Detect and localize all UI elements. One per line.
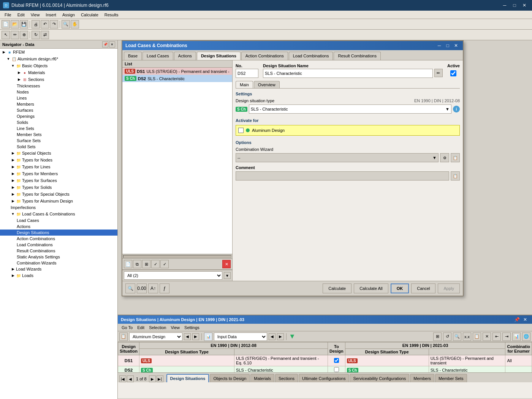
menu-assign[interactable]: Assign bbox=[59, 12, 78, 18]
nav-item-actions[interactable]: Actions bbox=[0, 223, 117, 230]
bottom-prev2-btn[interactable]: ◀ bbox=[269, 333, 276, 340]
bottom-tool-10[interactable]: 🌐 bbox=[522, 332, 530, 341]
nav-item-sections[interactable]: ▶ ⊞ Sections bbox=[0, 76, 117, 83]
nav-item-result-combos[interactable]: Result Combinations bbox=[0, 248, 117, 254]
nav-item-members[interactable]: Members bbox=[0, 101, 117, 107]
bottom-menu-settings[interactable]: Settings bbox=[182, 325, 202, 331]
cancel-btn[interactable]: Cancel bbox=[411, 283, 435, 293]
lcc-arrow[interactable]: ▼ bbox=[11, 212, 15, 216]
btab-ultimate-configs[interactable]: Ultimate Configurations bbox=[299, 374, 349, 382]
nav-item-solid-sets[interactable]: Solid Sets bbox=[0, 144, 117, 150]
lcc-minimize-btn[interactable]: ─ bbox=[435, 42, 443, 49]
list-delete-btn[interactable]: ✕ bbox=[222, 260, 231, 268]
menu-results[interactable]: Results bbox=[101, 12, 122, 18]
nav-item-thicknesses[interactable]: Thicknesses bbox=[0, 83, 117, 89]
combo-wizard-btn2[interactable]: 📋 bbox=[451, 153, 460, 162]
nav-item-special-objects[interactable]: ▶ 📁 Special Objects bbox=[0, 150, 117, 157]
situation-type-dropdown[interactable]: SLS - Characteristic ▼ bbox=[249, 104, 451, 114]
list-dropdown-expand[interactable]: ▼ bbox=[224, 272, 231, 279]
bottom-tool-4[interactable]: x.x bbox=[463, 332, 471, 341]
tab-result-combinations[interactable]: Result Combinations bbox=[334, 52, 381, 60]
nav-item-design-situations[interactable]: Design Situations bbox=[0, 230, 117, 236]
bottom-tool-6[interactable]: ✕ bbox=[483, 332, 491, 341]
lcc-maximize-btn[interactable]: □ bbox=[444, 42, 451, 49]
bottom-tool-2[interactable]: ↺ bbox=[443, 332, 451, 341]
btab-objects-to-design[interactable]: Objects to Design bbox=[210, 374, 250, 382]
tab-load-cases[interactable]: Load Cases bbox=[142, 52, 173, 60]
ds2-design-checkbox[interactable] bbox=[334, 367, 339, 372]
nav-item-loads[interactable]: ▶ 📁 Loads bbox=[0, 272, 117, 279]
bottom-tool-1[interactable]: ⊞ bbox=[433, 332, 442, 341]
list-new-btn[interactable]: 📄 bbox=[124, 260, 132, 268]
nav-item-types-special[interactable]: ▶ 📁 Types for Special Objects bbox=[0, 191, 117, 198]
btab-member-sets[interactable]: Member Sets bbox=[435, 374, 467, 382]
new-btn[interactable]: 📄 bbox=[2, 20, 10, 28]
bottom-tool-7[interactable]: ⇤ bbox=[492, 332, 501, 341]
bottom-menu-view[interactable]: View bbox=[168, 325, 182, 331]
pan-btn[interactable]: ✋ bbox=[71, 20, 79, 28]
tn-arrow[interactable]: ▶ bbox=[11, 158, 15, 162]
lw-arrow[interactable]: ▶ bbox=[11, 267, 15, 271]
list-copy-btn[interactable]: ⧉ bbox=[133, 260, 141, 268]
bottom-menu-selection[interactable]: Selection bbox=[147, 325, 168, 331]
special-arrow[interactable]: ▶ bbox=[11, 151, 15, 155]
nav-item-openings[interactable]: Openings bbox=[0, 113, 117, 119]
bottom-tool-9[interactable]: 📊 bbox=[512, 332, 521, 341]
page-prev-btn[interactable]: ◀ bbox=[127, 375, 134, 382]
save-btn[interactable]: 💾 bbox=[20, 20, 28, 28]
lcc-dialog-controls[interactable]: ─ □ ✕ bbox=[435, 42, 460, 49]
basic-arrow[interactable]: ▼ bbox=[11, 63, 15, 68]
list-dropdown[interactable]: All (2) bbox=[124, 271, 222, 280]
minimize-button[interactable]: ─ bbox=[500, 2, 509, 9]
footer-search-btn[interactable]: 🔍 bbox=[125, 283, 135, 293]
move-btn[interactable]: ⊕ bbox=[20, 31, 28, 39]
nav-item-static-settings[interactable]: Static Analysis Settings bbox=[0, 254, 117, 260]
nav-item-load-wizards[interactable]: ▶ Load Wizards bbox=[0, 266, 117, 272]
mat-arrow[interactable]: ▶ bbox=[17, 70, 21, 75]
bottom-dropdown2[interactable]: Input Data bbox=[214, 332, 267, 341]
btab-design-situations[interactable]: Design Situations bbox=[166, 374, 209, 382]
close-button[interactable]: ✕ bbox=[520, 2, 529, 9]
list-hscroll[interactable] bbox=[122, 254, 232, 258]
bottom-menu-edit[interactable]: Edit bbox=[135, 325, 147, 331]
bottom-tb-btn1[interactable]: 📋 bbox=[119, 332, 128, 341]
nav-item-types-solids[interactable]: ▶ 📁 Types for Solids bbox=[0, 184, 117, 191]
nav-item-project[interactable]: ▼ 📋 Aluminium design.rf6* bbox=[0, 55, 117, 62]
redo-btn[interactable]: ↷ bbox=[50, 20, 58, 28]
open-btn[interactable]: 📂 bbox=[11, 20, 19, 28]
rfem-arrow[interactable]: ▶ bbox=[2, 50, 6, 54]
no-input[interactable] bbox=[236, 69, 258, 78]
detail-tab-overview[interactable]: Overview bbox=[254, 81, 280, 88]
bottom-menu-goto[interactable]: Go To bbox=[119, 325, 135, 331]
tab-design-situations[interactable]: Design Situations bbox=[197, 52, 241, 60]
select-btn[interactable]: ↖ bbox=[2, 31, 10, 39]
nav-item-solids[interactable]: Solids bbox=[0, 119, 117, 125]
page-first-btn[interactable]: |◀ bbox=[119, 375, 126, 382]
footer-format-btn[interactable]: A↑ bbox=[148, 283, 158, 293]
list-item-ds1[interactable]: ULS DS1 ULS (STR/GEO) - Permanent and tr… bbox=[122, 68, 232, 75]
table-row-ds2[interactable]: DS2 S Ch SLS - Characteristic S Ch SLS -… bbox=[118, 366, 532, 373]
list-paste2-btn[interactable]: ✓ bbox=[160, 260, 169, 268]
page-last-btn[interactable]: ▶| bbox=[157, 375, 163, 382]
project-arrow[interactable]: ▼ bbox=[6, 57, 11, 61]
name-input[interactable] bbox=[263, 69, 433, 78]
tl-arrow[interactable]: ▶ bbox=[11, 165, 15, 169]
calculate-all-btn[interactable]: Calculate All bbox=[354, 283, 388, 293]
bottom-next2-btn[interactable]: ▶ bbox=[277, 333, 284, 340]
sec-arrow[interactable]: ▶ bbox=[17, 77, 21, 82]
ts-arrow[interactable]: ▶ bbox=[11, 178, 15, 183]
mirror-btn[interactable]: ⇄ bbox=[41, 31, 49, 39]
nav-item-lcc[interactable]: ▼ 📁 Load Cases & Combinations bbox=[0, 211, 117, 217]
window-controls[interactable]: ─ □ ✕ bbox=[500, 2, 529, 9]
bottom-tool-5[interactable]: 📋 bbox=[473, 332, 481, 341]
list-copy2-btn[interactable]: ⊞ bbox=[142, 260, 150, 268]
menu-insert[interactable]: Insert bbox=[43, 12, 59, 18]
footer-num-btn[interactable]: 0.00 bbox=[137, 283, 147, 293]
nav-item-lines[interactable]: Lines bbox=[0, 95, 117, 101]
btab-sections[interactable]: Sections bbox=[275, 374, 298, 382]
bottom-pin-btn[interactable]: 📌 bbox=[513, 316, 521, 323]
tab-load-combinations[interactable]: Load Combinations bbox=[289, 52, 333, 60]
calculate-btn[interactable]: Calculate bbox=[323, 283, 352, 293]
draw-btn[interactable]: ✏ bbox=[11, 31, 19, 39]
loads-arrow[interactable]: ▶ bbox=[11, 273, 15, 278]
